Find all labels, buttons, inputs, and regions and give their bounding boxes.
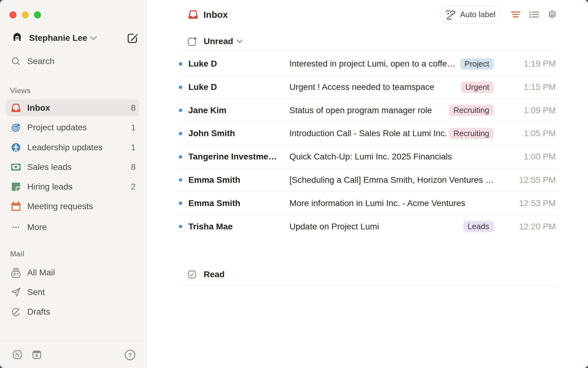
svg-text:?: ? [128, 352, 132, 358]
svg-text:6: 6 [36, 353, 38, 358]
svg-text:N: N [15, 351, 20, 358]
